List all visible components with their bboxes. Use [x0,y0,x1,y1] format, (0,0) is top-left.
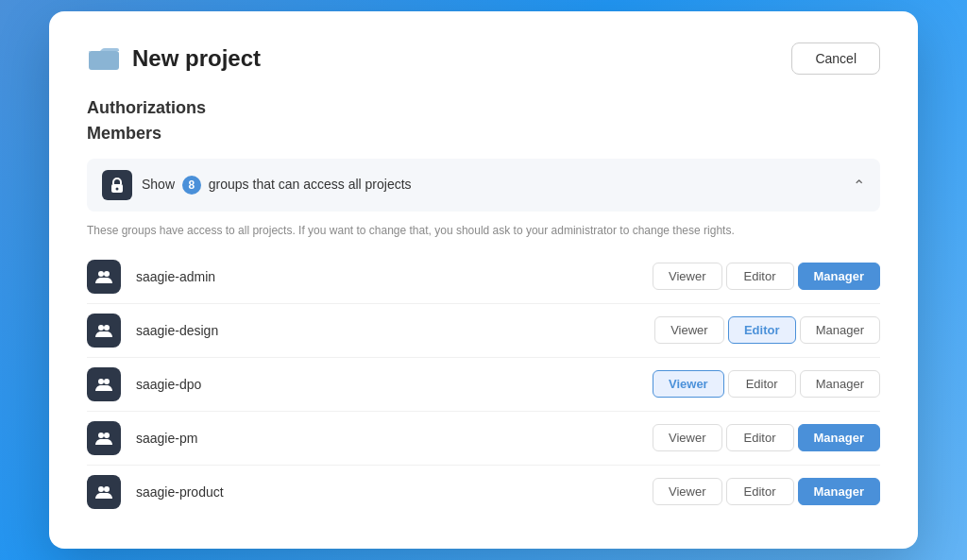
table-row: saagie-adminViewerEditorManager [87,250,880,304]
role-btn-manager[interactable]: Manager [798,424,880,451]
table-row: saagie-productViewerEditorManager [87,466,880,518]
groups-info-text: These groups have access to all projects… [87,223,880,239]
group-avatar [87,367,121,401]
members-section-label: Members [87,124,880,144]
role-buttons: ViewerEditorManager [653,424,880,451]
modal-header: New project Cancel [87,42,880,76]
group-avatar [87,260,121,294]
cancel-button[interactable]: Cancel [791,42,880,75]
role-btn-viewer[interactable]: Viewer [653,424,722,451]
role-btn-editor[interactable]: Editor [726,263,794,290]
page-title: New project [132,45,261,72]
svg-point-3 [98,271,104,277]
role-buttons: ViewerEditorManager [653,370,880,398]
role-btn-viewer[interactable]: Viewer [653,478,722,505]
svg-point-6 [104,325,110,331]
role-btn-manager[interactable]: Manager [798,263,880,290]
svg-point-10 [104,433,110,438]
svg-point-7 [98,379,104,384]
groups-list: saagie-adminViewerEditorManager saagie-d… [87,250,880,518]
group-name: saagie-dpo [136,377,637,392]
svg-point-2 [116,188,119,191]
groups-bar-left: Show 8 groups that can access all projec… [102,170,412,200]
modal-title-group: New project [87,42,261,76]
groups-count-badge: 8 [182,176,201,195]
role-btn-manager[interactable]: Manager [798,478,880,505]
group-avatar [87,475,121,509]
role-btn-editor[interactable]: Editor [726,478,794,505]
groups-bar[interactable]: Show 8 groups that can access all projec… [87,159,880,212]
role-btn-manager[interactable]: Manager [800,316,880,344]
svg-point-5 [98,325,104,331]
authorizations-section-label: Authorizations [87,98,880,118]
role-buttons: ViewerEditorManager [653,263,880,290]
svg-point-9 [98,433,104,438]
group-name: saagie-product [136,484,637,500]
lock-icon [102,170,132,200]
groups-bar-show-label: Show 8 groups that can access all projec… [142,176,412,195]
role-buttons: ViewerEditorManager [654,316,880,344]
table-row: saagie-designViewerEditorManager [87,304,880,358]
svg-point-8 [104,379,110,384]
role-btn-editor[interactable]: Editor [728,370,796,398]
group-avatar [87,421,121,455]
chevron-up-icon: ⌃ [853,177,865,195]
folder-icon [87,42,121,76]
role-buttons: ViewerEditorManager [653,478,880,505]
new-project-modal: New project Cancel Authorizations Member… [49,11,918,549]
group-name: saagie-admin [136,269,637,284]
svg-point-12 [104,486,110,492]
role-btn-viewer[interactable]: Viewer [653,263,722,290]
group-name: saagie-pm [136,431,637,446]
group-name: saagie-design [136,323,639,338]
svg-rect-0 [89,51,119,70]
table-row: saagie-dpoViewerEditorManager [87,358,880,412]
svg-point-11 [98,486,104,492]
group-avatar [87,314,121,348]
role-btn-editor[interactable]: Editor [726,424,794,451]
role-btn-viewer[interactable]: Viewer [654,316,724,344]
table-row: saagie-pmViewerEditorManager [87,412,880,466]
svg-point-4 [104,271,110,277]
role-btn-viewer[interactable]: Viewer [653,370,724,398]
role-btn-manager[interactable]: Manager [800,370,880,398]
role-btn-editor[interactable]: Editor [728,316,796,344]
